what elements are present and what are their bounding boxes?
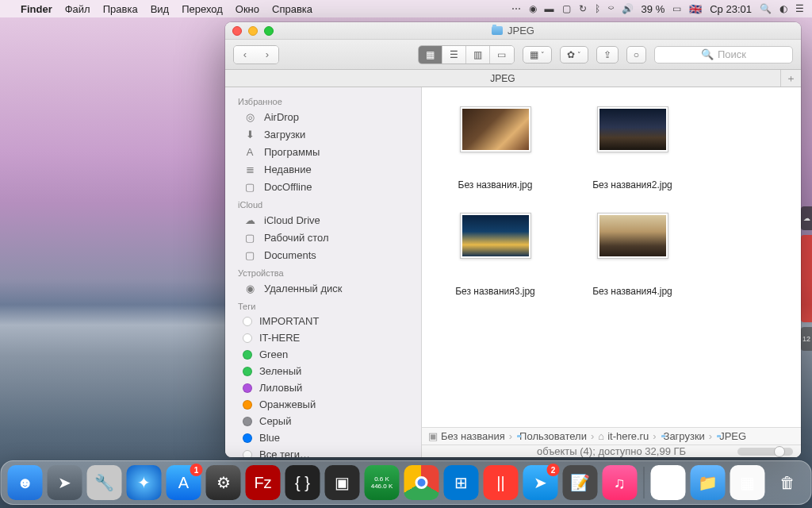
siri-icon[interactable]: ◐ [779, 3, 787, 14]
sidebar-item[interactable]: ☁iCloud Drive [227, 211, 419, 229]
dock: ☻➤🔧✦A1⚙Fz{ }▣0.6 K 446.0 K⊞||➤2📝♫µ📁▦🗑 [1, 460, 812, 505]
path-segment[interactable]: Пользователи [516, 430, 587, 442]
dock-dashboard[interactable]: ▦ [730, 465, 765, 500]
sidebar-item[interactable]: Лиловый [227, 379, 419, 396]
dock-square[interactable]: ▣ [325, 465, 360, 500]
sidebar-item[interactable]: ⬇Загрузки [227, 125, 419, 143]
traffic-lights [232, 26, 274, 36]
dock-telegram[interactable]: ➤2 [523, 465, 558, 500]
lang-flag[interactable]: 🇬🇧 [689, 3, 702, 15]
file-item[interactable]: Без названия3.jpg [438, 213, 553, 297]
icon-view-button[interactable]: ▦ [419, 46, 442, 64]
column-view-button[interactable]: ▥ [466, 46, 490, 64]
widget-tab[interactable]: ☁ [801, 206, 812, 230]
dock-codekit[interactable]: { } [285, 465, 320, 500]
new-tab-button[interactable]: ＋ [780, 70, 801, 87]
list-view-button[interactable]: ☰ [442, 46, 466, 64]
bluetooth-icon[interactable]: ᛒ [595, 3, 600, 14]
content-area[interactable]: Без названия.jpgБез названия2.jpgБез наз… [422, 87, 801, 457]
dock-downloads[interactable]: 📁 [691, 465, 726, 500]
widget-tab[interactable] [801, 235, 812, 322]
dock-itunes[interactable]: ♫ [603, 465, 638, 500]
menu-go[interactable]: Переход [182, 3, 223, 15]
minimize-button[interactable] [248, 26, 258, 36]
file-item[interactable]: Без названия2.jpg [575, 106, 690, 190]
dock-parallels[interactable]: || [484, 465, 519, 500]
tab[interactable]: JPEG [225, 73, 780, 84]
path-segment[interactable]: JPEG [716, 430, 746, 442]
zoom-slider[interactable] [737, 448, 793, 456]
path-segment[interactable]: ⌂it-here.ru [598, 430, 649, 442]
volume-icon[interactable]: 🔊 [622, 3, 634, 14]
display-icon[interactable]: ▢ [562, 3, 571, 14]
forward-button[interactable]: › [256, 46, 278, 64]
sidebar-item[interactable]: ◉Удаленный диск [227, 279, 419, 297]
gallery-view-button[interactable]: ▭ [490, 46, 514, 64]
tab-bar: JPEG ＋ [225, 70, 801, 87]
path-segment[interactable]: ▣Без названия [428, 430, 505, 442]
dock-toolbox[interactable]: 🔧 [87, 465, 122, 500]
path-segment[interactable]: Загрузки [661, 430, 705, 442]
dock-finder[interactable]: ☻ [8, 465, 43, 500]
sidebar-item[interactable]: IMPORTANT [227, 313, 419, 329]
battery-icon[interactable]: ▭ [672, 3, 681, 14]
sidebar-item[interactable]: Оранжевый [227, 396, 419, 413]
menu-edit[interactable]: Правка [103, 3, 138, 15]
eye-icon[interactable]: ◉ [529, 3, 537, 14]
file-item[interactable]: Без названия.jpg [438, 106, 553, 190]
tag-dot-icon [243, 383, 252, 393]
menu-file[interactable]: Файл [65, 3, 90, 15]
dock-utorrent[interactable]: µ [651, 465, 686, 500]
arrange-button[interactable]: ▦ ˅ [523, 46, 552, 64]
sidebar-item[interactable]: Серый [227, 413, 419, 429]
sidebar-item[interactable]: ≣Недавние [227, 160, 419, 178]
notification-center-icon[interactable]: ☰ [795, 3, 804, 14]
sidebar-item[interactable]: ◎AirDrop [227, 108, 419, 125]
file-item[interactable]: Без названия4.jpg [575, 213, 690, 297]
sidebar-item[interactable]: Все теги… [227, 446, 419, 457]
dock-filezilla[interactable]: Fz [246, 465, 281, 500]
sidebar-item[interactable]: Blue [227, 429, 419, 446]
battery-text[interactable]: 39 % [642, 3, 665, 15]
right-edge-widgets: ☁ 12 [801, 206, 812, 356]
sidebar-item[interactable]: IT-HERE [227, 329, 419, 346]
window-title: JPEG [508, 25, 534, 37]
dock-trash[interactable]: 🗑 [770, 465, 805, 500]
sidebar-item[interactable]: ▢DocOffline [227, 178, 419, 195]
file-name: Без названия.jpg [458, 160, 533, 190]
dock-istat[interactable]: 0.6 K 446.0 K [365, 465, 400, 500]
titlebar[interactable]: JPEG [225, 22, 801, 40]
search-field[interactable]: 🔍 Поиск [654, 46, 793, 64]
dock-sublime[interactable]: 📝 [563, 465, 598, 500]
close-button[interactable] [232, 26, 242, 36]
dock-settings[interactable]: ⚙ [206, 465, 241, 500]
menu-view[interactable]: Вид [151, 3, 170, 15]
spotlight-icon[interactable]: 🔍 [760, 3, 772, 14]
sidebar-item[interactable]: Зеленый [227, 363, 419, 379]
menu-help[interactable]: Справка [272, 3, 312, 15]
back-button[interactable]: ‹ [234, 46, 256, 64]
zoom-button[interactable] [264, 26, 274, 36]
timemachine-icon[interactable]: ↻ [579, 3, 587, 14]
dock-chrome[interactable] [404, 465, 439, 500]
dock-appstore[interactable]: A1 [167, 465, 201, 500]
dock-windows[interactable]: ⊞ [444, 465, 479, 500]
disk-icon[interactable]: ▬ [545, 3, 554, 14]
search-placeholder: Поиск [718, 48, 746, 60]
wifi-icon[interactable]: ⌔ [608, 3, 614, 14]
sidebar-item[interactable]: ▢Documents [227, 246, 419, 264]
menu-window[interactable]: Окно [236, 3, 259, 15]
app-name[interactable]: Finder [21, 3, 52, 15]
sidebar-item[interactable]: Green [227, 346, 419, 363]
sidebar-heading: Устройства [225, 264, 421, 279]
sidebar-item[interactable]: AПрограммы [227, 143, 419, 160]
action-button[interactable]: ✿ ˅ [560, 46, 588, 64]
clock[interactable]: Ср 23:01 [710, 3, 752, 15]
sidebar-item[interactable]: ▢Рабочий стол [227, 229, 419, 246]
dock-launchpad[interactable]: ➤ [48, 465, 82, 500]
widget-tab[interactable]: 12 [801, 327, 812, 351]
share-button[interactable]: ⇪ [596, 46, 619, 64]
tags-button[interactable]: ○ [626, 46, 646, 64]
dock-safari[interactable]: ✦ [127, 465, 162, 500]
menuextra-icon[interactable]: ⋯ [511, 3, 521, 14]
